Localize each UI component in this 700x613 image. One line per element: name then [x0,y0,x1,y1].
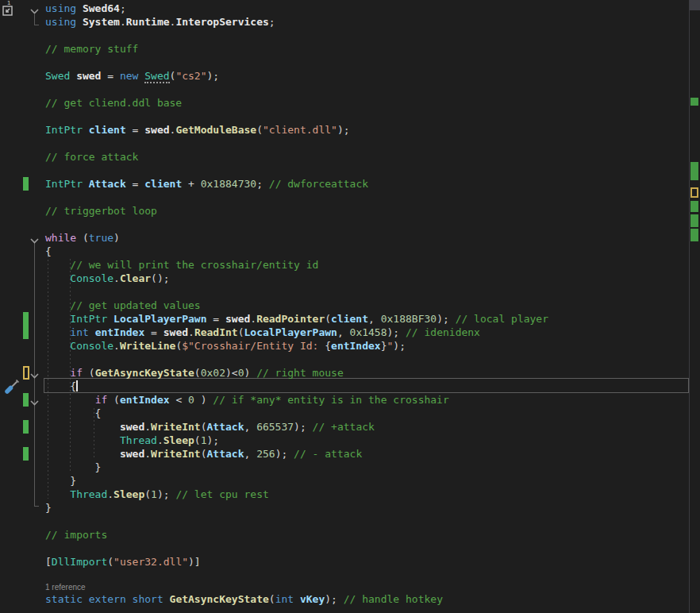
code-text: int entIndex = swed.ReadInt(LocalPlayerP… [45,326,480,339]
code-line-44[interactable]: static extern short GetAsyncKeyState(int… [0,592,689,606]
code-line-35[interactable]: } [0,461,689,474]
code-line-9[interactable] [0,110,689,123]
scrollbar-change-mark [690,98,698,106]
code-line-5[interactable] [0,56,689,69]
code-line-3[interactable] [0,29,689,42]
code-line-34[interactable]: swed.WriteInt(Attack, 256); // - attack [0,447,689,461]
code-line-8[interactable]: // get cliend.ddl base [0,96,689,110]
code-line-22[interactable] [0,285,689,299]
code-line-33[interactable]: Thread.Sleep(1); [0,434,689,447]
quick-actions-button[interactable] [3,378,21,399]
code-text: IntPtr client = swed.GetModuleBase("clie… [45,123,350,137]
code-line-24[interactable]: IntPtr LocalPlayerPawn = swed.ReadPointe… [0,312,689,326]
code-text: // triggerbot loop [45,204,157,218]
margin-icon-badge: 1 [2,0,18,6]
code-line-27[interactable] [0,353,689,366]
code-text: Console.Clear(); [45,272,170,285]
change-tracking-bar[interactable] [23,447,29,461]
fold-chevron-icon[interactable] [29,234,40,248]
code-text: // imports [45,528,107,542]
code-text: swed.WriteInt(Attack, 665537); // +attac… [45,420,375,434]
text-cursor [76,380,78,391]
fold-chevron-icon[interactable] [29,369,40,383]
code-text: { [45,407,101,420]
code-line-32[interactable]: swed.WriteInt(Attack, 665537); // +attac… [0,420,689,434]
code-line-15[interactable] [0,191,689,204]
code-text: static extern short GetAsyncKeyState(int… [45,592,443,606]
screwdriver-icon [3,378,21,395]
code-text: // we will print the crosshair/entity id [45,258,318,272]
change-tracking-bar[interactable] [23,326,29,339]
code-text: // memory stuff [45,42,138,56]
code-line-41[interactable] [0,542,689,555]
code-line-25[interactable]: int entIndex = swed.ReadInt(LocalPlayerP… [0,326,689,339]
code-line-14[interactable]: IntPtr Attack = client + 0x1884730; // d… [0,177,689,191]
code-line-13[interactable] [0,164,689,177]
code-text: Console.WriteLine($"Crosshair/Entity Id:… [45,339,406,353]
code-line-12[interactable]: // force attack [0,150,689,164]
code-line-4[interactable]: // memory stuff [0,42,689,56]
code-text: Thread.Sleep(1); // let cpu rest [45,488,269,501]
code-line-39[interactable] [0,515,689,528]
editor-lines: using Swed64;using System.Runtime.Intero… [0,2,689,606]
code-text: { [45,380,78,393]
code-text: // get updated values [45,299,201,312]
scrollbar-change-mark [690,187,698,198]
code-line-42[interactable]: [DllImport("user32.dll")] [0,555,689,569]
code-text: if (GetAsyncKeyState(0x02)<0) // right m… [45,366,344,380]
scrollbar-change-mark [690,201,698,212]
code-line-30[interactable]: if (entIndex < 0 ) // if *any* entity is… [0,393,689,407]
code-text: } [45,501,52,515]
change-tracking-bar[interactable] [23,312,29,326]
code-line-26[interactable]: Console.WriteLine($"Crosshair/Entity Id:… [0,339,689,353]
change-tracking-bar[interactable] [23,420,29,434]
scrollbar-thumb[interactable] [690,0,700,10]
code-line-7[interactable] [0,83,689,96]
code-text: using System.Runtime.InteropServices; [45,15,275,29]
code-line-6[interactable]: Swed swed = new Swed("cs2"); [0,69,689,83]
code-line-28[interactable]: if (GetAsyncKeyState(0x02)<0) // right m… [0,366,689,380]
code-line-16[interactable]: // triggerbot loop [0,204,689,218]
code-text: swed.WriteInt(Attack, 256); // - attack [45,447,362,461]
code-line-38[interactable]: } [0,501,689,515]
code-text: [DllImport("user32.dll")] [45,555,201,569]
code-line-31[interactable]: { [0,407,689,420]
export-box-icon [2,6,13,17]
code-line-20[interactable]: // we will print the crosshair/entity id [0,258,689,272]
scrollbar-change-mark [690,214,698,227]
scrollbar-change-mark [690,162,698,180]
code-line-17[interactable] [0,218,689,231]
vertical-scrollbar[interactable] [689,0,700,613]
code-line-19[interactable]: { [0,245,689,258]
code-text: Swed swed = new Swed("cs2"); [45,69,219,83]
change-tracking-bar[interactable] [23,366,29,380]
code-text: // force attack [45,150,138,164]
change-tracking-bar[interactable] [23,177,29,191]
code-line-21[interactable]: Console.Clear(); [0,272,689,285]
margin-icon-group[interactable]: 1 [2,0,18,17]
code-line-2[interactable]: using System.Runtime.InteropServices; [0,15,689,29]
code-line-1[interactable]: using Swed64; [0,2,689,15]
scrollbar-change-mark [690,229,698,241]
code-text: IntPtr Attack = client + 0x1884730; // d… [45,177,368,191]
code-line-10[interactable]: IntPtr client = swed.GetModuleBase("clie… [0,123,689,137]
code-text: // get cliend.ddl base [45,96,182,110]
code-text: } [45,474,76,488]
code-line-18[interactable]: while (true) [0,231,689,245]
code-line-37[interactable]: Thread.Sleep(1); // let cpu rest [0,488,689,501]
code-text: Thread.Sleep(1); [45,434,219,447]
fold-chevron-icon[interactable] [29,5,40,18]
codelens-references[interactable]: 1 reference [0,582,689,592]
code-line-23[interactable]: // get updated values [0,299,689,312]
change-tracking-bar[interactable] [23,393,29,407]
code-line-40[interactable]: // imports [0,528,689,542]
fold-chevron-icon[interactable] [29,396,40,410]
code-text: } [45,461,101,474]
code-line-43[interactable] [0,569,689,582]
code-line-29[interactable]: { [0,380,689,393]
code-text: IntPtr LocalPlayerPawn = swed.ReadPointe… [45,312,548,326]
code-text: if (entIndex < 0 ) // if *any* entity is… [45,393,449,407]
code-line-36[interactable]: } [0,474,689,488]
code-editor: 1 using Swed64;using System.Runtime.Inte… [0,0,700,613]
code-line-11[interactable] [0,137,689,150]
